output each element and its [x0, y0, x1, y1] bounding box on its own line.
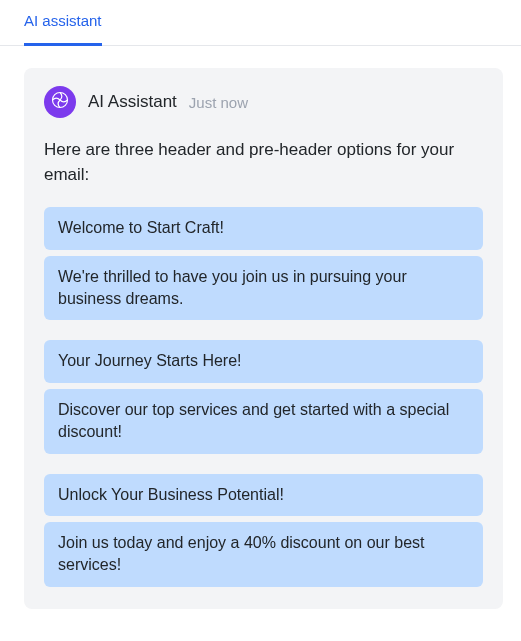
option-group-2: Your Journey Starts Here! Discover our t…: [44, 340, 483, 453]
tab-ai-assistant[interactable]: AI assistant: [24, 0, 102, 46]
option-preheader[interactable]: We're thrilled to have you join us in pu…: [44, 256, 483, 321]
option-preheader[interactable]: Join us today and enjoy a 40% discount o…: [44, 522, 483, 587]
assistant-message-panel: AI Assistant Just now Here are three hea…: [24, 68, 503, 609]
ai-swirl-icon: [50, 90, 70, 114]
option-preheader[interactable]: Discover our top services and get starte…: [44, 389, 483, 454]
option-header[interactable]: Your Journey Starts Here!: [44, 340, 483, 382]
assistant-name: AI Assistant: [88, 92, 177, 112]
option-header[interactable]: Unlock Your Business Potential!: [44, 474, 483, 516]
tab-bar: AI assistant: [0, 0, 521, 46]
option-group-3: Unlock Your Business Potential! Join us …: [44, 474, 483, 587]
option-group-1: Welcome to Start Craft! We're thrilled t…: [44, 207, 483, 320]
message-header: AI Assistant Just now: [44, 86, 483, 118]
option-header[interactable]: Welcome to Start Craft!: [44, 207, 483, 249]
message-intro: Here are three header and pre-header opt…: [44, 138, 483, 187]
assistant-avatar: [44, 86, 76, 118]
message-timestamp: Just now: [189, 94, 248, 111]
